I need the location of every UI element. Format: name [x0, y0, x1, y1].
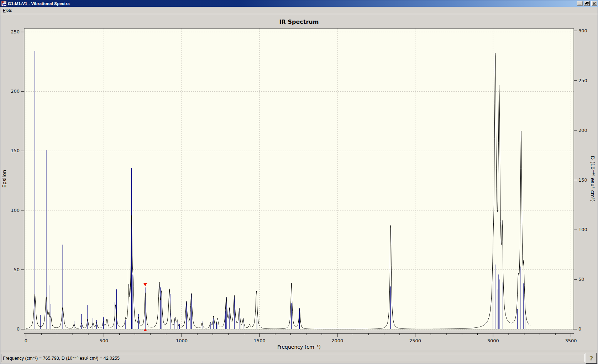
- svg-text:50: 50: [14, 267, 20, 272]
- svg-text:2000: 2000: [331, 338, 343, 343]
- svg-text:1500: 1500: [254, 338, 266, 343]
- title-bar[interactable]: G1:M1:V1 - Vibrational Spectra: [0, 0, 598, 7]
- status-bar: Frequency (cm⁻¹) = 765.793, D (10⁻⁴⁰ esu…: [0, 351, 598, 364]
- vibrational-spectra-app-icon: [1, 1, 6, 6]
- svg-text:100: 100: [578, 227, 587, 232]
- minimize-icon: [578, 2, 582, 5]
- svg-text:250: 250: [11, 29, 20, 34]
- epsilon-tick-labels: 050100150200250: [11, 29, 20, 332]
- svg-text:0: 0: [578, 326, 581, 332]
- x-axis: [24, 333, 574, 337]
- restore-icon: [585, 2, 589, 5]
- x-tick-labels: 0500100015002000250030003500: [25, 338, 577, 343]
- close-icon: [593, 2, 596, 5]
- close-button[interactable]: [591, 1, 597, 6]
- status-readout: Frequency (cm⁻¹) = 765.793, D (10⁻⁴⁰ esu…: [1, 354, 585, 362]
- svg-text:200: 200: [11, 89, 20, 94]
- svg-text:300: 300: [578, 28, 587, 33]
- window-title: G1:M1:V1 - Vibrational Spectra: [8, 1, 70, 6]
- d-axis-ticks: [574, 31, 577, 329]
- right-axis-label: D (10⁻⁴⁰ esu² cm²): [590, 156, 596, 202]
- svg-text:0: 0: [25, 338, 27, 343]
- svg-text:200: 200: [578, 128, 587, 133]
- minimize-button[interactable]: [577, 1, 583, 6]
- d-tick-labels: 050100150200250300: [578, 28, 587, 332]
- ir-spectrum-plot[interactable]: 0500100015002000250030003500050100150200…: [0, 14, 598, 351]
- left-axis-label: Epsilon: [1, 170, 7, 188]
- svg-text:1000: 1000: [176, 338, 188, 343]
- epsilon-axis-ticks: [21, 32, 24, 329]
- plot-background: [24, 28, 574, 330]
- svg-text:250: 250: [578, 78, 587, 83]
- chart-client-area: 0500100015002000250030003500050100150200…: [0, 14, 598, 351]
- x-axis-label: Frequency (cm⁻¹): [277, 344, 321, 350]
- menu-bar: Plots: [0, 7, 598, 14]
- svg-text:2500: 2500: [409, 338, 421, 343]
- svg-text:100: 100: [11, 208, 20, 213]
- svg-text:150: 150: [578, 177, 587, 183]
- svg-text:500: 500: [99, 338, 108, 343]
- svg-text:50: 50: [578, 277, 584, 282]
- restore-button[interactable]: [584, 1, 590, 6]
- menu-item-plots[interactable]: Plots: [0, 7, 15, 13]
- app-window: G1:M1:V1 - Vibrational Spectra Plo: [0, 0, 598, 364]
- help-icon: ?: [589, 355, 593, 362]
- svg-text:150: 150: [11, 148, 20, 153]
- svg-text:3000: 3000: [487, 338, 499, 343]
- chart-title: IR Spectrum: [279, 18, 319, 25]
- svg-text:3500: 3500: [565, 338, 577, 343]
- help-button[interactable]: ?: [586, 353, 597, 364]
- svg-text:0: 0: [17, 326, 20, 332]
